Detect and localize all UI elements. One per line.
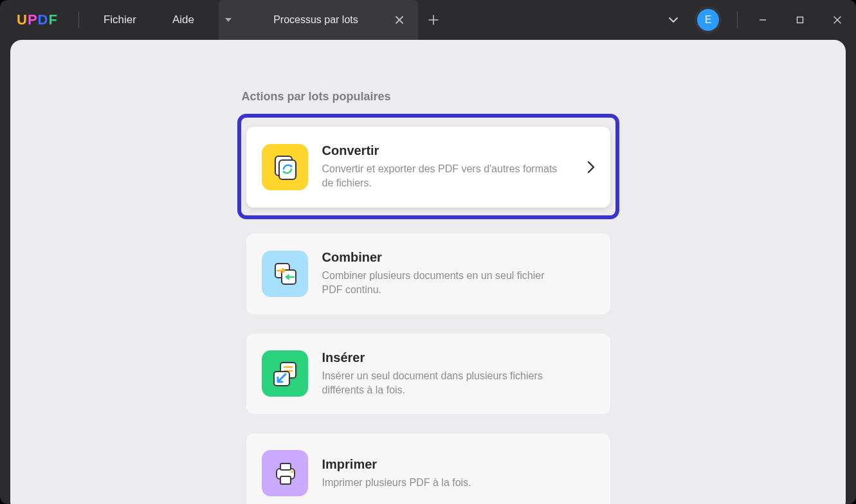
card-convert[interactable]: Convertir Convertir et exporter des PDF … — [246, 127, 610, 208]
card-title: Insérer — [322, 350, 595, 365]
content-outer: Actions par lots populaires — [0, 40, 856, 504]
convert-icon — [262, 144, 308, 190]
title-bar: UPDF Fichier Aide Processus par lots E — [0, 0, 856, 40]
insert-icon — [262, 350, 308, 397]
menu-help[interactable]: Aide — [154, 14, 212, 26]
card-body: Combiner Combiner plusieurs documents en… — [322, 250, 595, 298]
card-print[interactable]: Imprimer Imprimer plusieurs PDF à la foi… — [246, 433, 610, 504]
user-avatar[interactable]: E — [697, 9, 719, 31]
svg-rect-2 — [279, 160, 296, 179]
card-combine[interactable]: Combiner Combiner plusieurs documents en… — [246, 233, 610, 314]
content-area: Actions par lots populaires — [10, 40, 846, 504]
title-bar-right: E — [659, 0, 856, 40]
caret-down-icon — [225, 17, 232, 23]
maximize-icon — [796, 15, 805, 24]
card-description: Combiner plusieurs documents en un seul … — [322, 269, 567, 298]
window-menu-dropdown[interactable] — [659, 5, 688, 35]
combine-icon — [262, 251, 308, 297]
app-window: UPDF Fichier Aide Processus par lots E — [0, 0, 856, 504]
tab-close-button[interactable] — [395, 15, 404, 24]
close-icon — [833, 15, 842, 24]
maximize-button[interactable] — [781, 0, 819, 40]
card-body: Insérer Insérer un seul document dans pl… — [322, 350, 595, 398]
card-insert[interactable]: Insérer Insérer un seul document dans pl… — [246, 334, 610, 415]
card-description: Insérer un seul document dans plusieurs … — [322, 369, 567, 398]
menu-file[interactable]: Fichier — [86, 14, 154, 26]
print-icon — [262, 450, 308, 496]
tabs-area: Processus par lots — [219, 0, 449, 40]
tab-list-dropdown[interactable] — [219, 0, 238, 40]
svg-rect-10 — [280, 464, 291, 470]
minimize-button[interactable] — [744, 0, 781, 40]
chevron-down-icon — [668, 14, 679, 26]
card-body: Convertir Convertir et exporter des PDF … — [322, 143, 581, 191]
card-title: Convertir — [322, 143, 581, 158]
card-title: Imprimer — [322, 457, 595, 472]
minimize-icon — [758, 15, 767, 24]
card-description: Convertir et exporter des PDF vers d'aut… — [322, 162, 567, 191]
tab-label: Processus par lots — [256, 14, 376, 26]
tab-batch-process[interactable]: Processus par lots — [238, 0, 418, 40]
new-tab-button[interactable] — [418, 0, 449, 40]
app-logo: UPDF — [0, 12, 72, 28]
chevron-right-icon — [587, 161, 595, 174]
card-body: Imprimer Imprimer plusieurs PDF à la foi… — [322, 457, 595, 490]
svg-rect-0 — [797, 17, 803, 23]
close-window-button[interactable] — [819, 0, 856, 40]
window-controls — [744, 0, 856, 40]
svg-point-12 — [291, 471, 293, 474]
card-title: Combiner — [322, 250, 595, 265]
close-icon — [395, 15, 404, 24]
section-title: Actions par lots populaires — [242, 90, 615, 104]
svg-rect-11 — [280, 476, 291, 484]
card-description: Imprimer plusieurs PDF à la fois. — [322, 476, 567, 490]
highlighted-card-frame: Convertir Convertir et exporter des PDF … — [237, 114, 619, 219]
plus-icon — [428, 15, 439, 25]
divider — [78, 12, 79, 28]
divider — [737, 12, 738, 28]
